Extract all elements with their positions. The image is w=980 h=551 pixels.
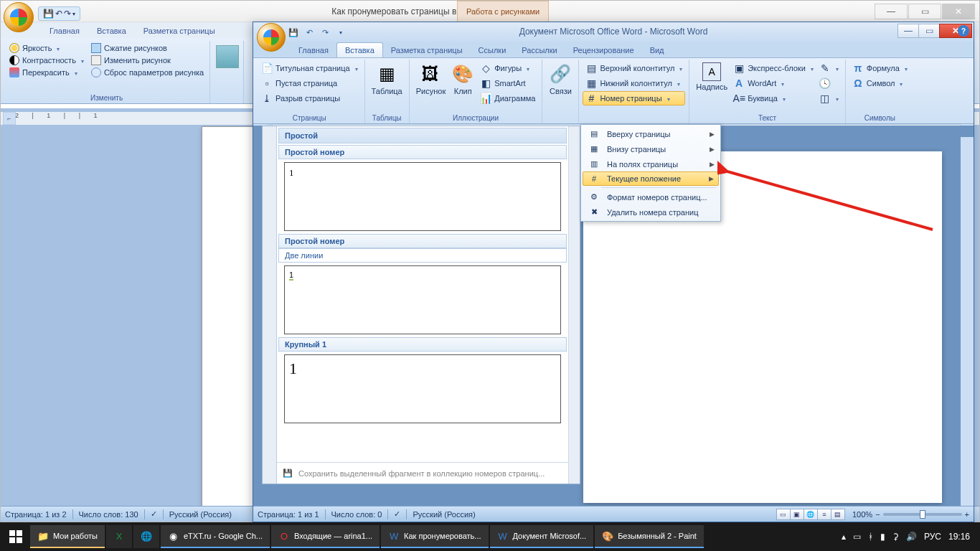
view-outline[interactable]: ≡	[817, 509, 831, 520]
btn-cover-page[interactable]: 📄Титульная страница	[258, 61, 361, 75]
view-draft[interactable]: ▤	[831, 509, 845, 520]
btn-links[interactable]: 🔗Связи	[546, 61, 575, 97]
fg-tab-view[interactable]: Вид	[642, 43, 672, 57]
bg-tab-insert[interactable]: Вставка	[88, 24, 135, 38]
btn-footer[interactable]: ▦Нижний колонтитул	[583, 76, 685, 90]
gallery-scrollbar[interactable]	[568, 126, 580, 484]
taskbar-edge-pinned[interactable]: 🌐	[133, 525, 159, 548]
btn-datetime[interactable]: 🕓	[816, 76, 842, 90]
fg-tab-review[interactable]: Рецензирование	[565, 43, 642, 57]
menu-bottom-of-page[interactable]: ▦Внизу страницы▶	[583, 141, 719, 156]
btn-dropcap[interactable]: A≡Буквица	[730, 91, 816, 105]
bg-picture-tools-tab[interactable]: Работа с рисунками	[457, 1, 549, 22]
btn-quickparts[interactable]: ▣Экспресс-блоки	[730, 61, 816, 75]
view-web[interactable]: 🌐	[804, 509, 818, 520]
bg-status-page[interactable]: Страница: 1 из 2	[5, 510, 67, 519]
taskbar-paint[interactable]: 🎨Безымянный 2 - Paint	[595, 525, 704, 548]
tray-network-icon[interactable]: ⚳	[892, 532, 899, 542]
menu-remove-numbers[interactable]: ✖Удалить номера страниц	[583, 204, 719, 220]
undo-icon[interactable]: ↶	[55, 9, 62, 19]
gallery-scroll[interactable]: Простой Простой номер 1 Простой номер Дв…	[277, 126, 568, 462]
tray-bluetooth-icon[interactable]: ᚼ	[868, 532, 873, 542]
bg-close-button[interactable]: ✕	[942, 4, 975, 19]
gallery-item-simple-1[interactable]: Простой номер 1	[278, 145, 567, 231]
bg-btn-change[interactable]: Изменить рисунок	[90, 55, 205, 66]
btn-symbol[interactable]: ΩСимвол	[849, 76, 910, 90]
btn-shapes[interactable]: ◇Фигуры	[477, 61, 538, 75]
undo-icon[interactable]: ↶	[303, 27, 315, 38]
bg-status-words[interactable]: Число слов: 130	[79, 510, 138, 519]
bg-tab-layout[interactable]: Разметка страницы	[135, 24, 224, 38]
save-icon[interactable]: 💾	[43, 9, 54, 19]
taskbar-word2[interactable]: WДокумент Microsof...	[490, 525, 594, 548]
fg-status-page[interactable]: Страница: 1 из 1	[258, 510, 319, 519]
btn-chart[interactable]: 📊Диаграмма	[477, 91, 538, 105]
redo-icon[interactable]: ↷	[319, 27, 331, 38]
btn-object[interactable]: ◫	[816, 91, 842, 105]
btn-table[interactable]: ▦ Таблица	[369, 61, 405, 97]
menu-page-margins[interactable]: ▥На полях страницы▶	[583, 156, 719, 171]
btn-page-break[interactable]: ⤓Разрыв страницы	[258, 91, 361, 105]
fg-status-proof-icon[interactable]: ✓	[394, 509, 400, 519]
btn-blank-page[interactable]: ▫Пустая страница	[258, 76, 361, 90]
zoom-slider[interactable]	[883, 513, 962, 516]
tray-clock[interactable]: 19:16	[948, 532, 970, 542]
menu-current-position[interactable]: #Текущее положение▶	[583, 171, 719, 186]
btn-textbox[interactable]: AНадпись	[693, 61, 730, 105]
bg-btn-recolor[interactable]: Перекрасить	[8, 67, 85, 78]
bg-minimize-button[interactable]: —	[875, 4, 908, 19]
bg-btn-brightness[interactable]: Яркость	[8, 42, 85, 54]
taskbar-opera[interactable]: OВходящие — arina1...	[271, 525, 380, 548]
btn-clip[interactable]: 🎨Клип	[448, 61, 477, 105]
fg-tab-mail[interactable]: Рассылки	[514, 43, 565, 57]
bg-btn-contrast[interactable]: Контрастность	[8, 55, 85, 66]
fg-tab-refs[interactable]: Ссылки	[471, 43, 514, 57]
zoom-out-button[interactable]: −	[875, 510, 880, 519]
taskbar-word1[interactable]: WКак пронумеровать...	[381, 525, 489, 548]
fg-tab-insert[interactable]: Вставка	[336, 42, 383, 57]
fg-tab-home[interactable]: Главная	[291, 43, 336, 57]
gallery-save-selection[interactable]: 💾 Сохранить выделенный фрагмент в коллек…	[277, 462, 568, 484]
save-icon[interactable]: 💾	[288, 27, 299, 38]
help-icon[interactable]: ?	[958, 25, 969, 37]
fg-status-lang[interactable]: Русский (Россия)	[413, 510, 475, 519]
fg-zoom-value[interactable]: 100%	[852, 510, 872, 519]
bg-ruler-corner[interactable]: ⌐	[3, 112, 16, 125]
fg-status-words[interactable]: Число слов: 0	[331, 510, 382, 519]
btn-picture[interactable]: 🖼Рисунок	[413, 61, 449, 105]
start-button[interactable]	[3, 524, 29, 550]
view-print-layout[interactable]: ▭	[776, 509, 791, 520]
btn-header[interactable]: ▤Верхний колонтитул	[583, 61, 685, 75]
qat-more-icon[interactable]: ▾	[335, 27, 347, 38]
tray-lang[interactable]: РУС	[924, 532, 941, 542]
fg-minimize-button[interactable]: —	[897, 24, 919, 38]
gallery-item-simple-2[interactable]: Простой номер Две линии 1	[278, 234, 567, 334]
taskbar-chrome[interactable]: ◉eTXT.ru - Google Ch...	[161, 525, 270, 548]
tray-action-icon[interactable]: ▭	[853, 532, 861, 542]
taskbar-explorer[interactable]: 📁 Мои работы	[30, 525, 105, 548]
bg-tab-home[interactable]: Главная	[41, 24, 88, 38]
bg-status-proof-icon[interactable]: ✓	[151, 509, 157, 519]
bg-office-button[interactable]	[4, 2, 34, 32]
gallery-item-large-1[interactable]: Крупный 1 1	[278, 337, 567, 423]
fg-vertical-ruler[interactable]	[263, 126, 277, 484]
bg-maximize-button[interactable]: ▭	[908, 4, 941, 19]
btn-formula[interactable]: πФормула	[849, 61, 910, 75]
bg-btn-compress[interactable]: Сжатие рисунков	[90, 42, 205, 54]
fg-office-button[interactable]	[257, 23, 286, 52]
fg-tab-layout[interactable]: Разметка страницы	[383, 43, 471, 57]
btn-page-number[interactable]: #Номер страницы	[583, 91, 685, 105]
bg-btn-reset[interactable]: Сброс параметров рисунка	[90, 67, 205, 78]
redo-icon[interactable]: ↷	[64, 9, 71, 19]
zoom-in-button[interactable]: +	[965, 510, 969, 519]
menu-top-of-page[interactable]: ▤Вверху страницы▶	[583, 126, 719, 141]
fg-vertical-scrollbar[interactable]	[961, 137, 974, 506]
btn-signature[interactable]: ✎	[816, 61, 842, 75]
taskbar-excel-pinned[interactable]: X	[106, 525, 132, 548]
tray-volume-icon[interactable]: 🔊	[906, 532, 917, 542]
tray-up-icon[interactable]: ▴	[842, 532, 846, 542]
view-full-screen[interactable]: ▣	[790, 509, 804, 520]
menu-format-numbers[interactable]: ⚙Формат номеров страниц...	[583, 189, 719, 204]
fg-maximize-button[interactable]: ▭	[918, 24, 940, 38]
qat-more-icon[interactable]: ▾	[72, 11, 75, 17]
